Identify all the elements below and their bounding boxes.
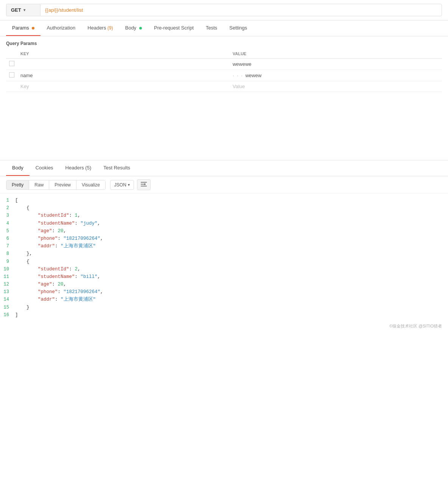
line-number: 2 [0,205,15,212]
request-tabs-container: Params Authorization Headers (9) Body Pr… [0,20,448,36]
code-line: 12 "age": 20, [0,281,448,288]
tab-tests[interactable]: Tests [200,20,223,36]
format-tab-pretty[interactable]: Pretty [6,180,29,189]
tab-settings[interactable]: Settings [223,20,253,36]
code-line: 1[ [0,197,448,204]
query-params-section: Query Params KEY VALUE wewewe [0,36,448,92]
table-row: name · · · wewew [6,70,442,81]
request-tabs: Params Authorization Headers (9) Body Pr… [6,20,442,36]
code-line: 10 "studentId": 2, [0,265,448,273]
format-tab-raw[interactable]: Raw [29,180,49,189]
code-line: 2 { [0,204,448,212]
line-content: "studentName": "bill", [15,273,448,281]
format-tab-preview[interactable]: Preview [49,180,76,189]
response-tab-body[interactable]: Body [6,160,30,176]
row2-key: name [20,73,33,78]
line-content: "studentId": 1, [15,212,448,219]
format-select-arrow: ▾ [128,183,130,187]
line-content: ] [15,311,448,319]
row2-value: wewew [245,73,261,78]
row3-value-placeholder: Value [233,84,245,89]
line-number: 11 [0,273,15,281]
row2-value-dots: · · · [233,73,246,78]
line-number: 7 [0,243,15,250]
footer-text: ©猿金技术社区 @SITIO猎者 [389,324,442,328]
response-tab-test-results-label: Test Results [103,165,130,171]
line-number: 4 [0,220,15,227]
json-code-block: 1[2 {3 "studentId": 1,4 "studentName": "… [0,194,448,322]
spacer [0,92,448,152]
params-table: KEY VALUE wewewe [6,49,442,92]
line-number: 16 [0,312,15,319]
line-content: "phone": "18217096264", [15,235,448,242]
response-tab-test-results[interactable]: Test Results [97,160,136,176]
response-tabs: Body Cookies Headers (5) Test Results [6,160,442,176]
response-tab-headers[interactable]: Headers (5) [59,160,98,176]
wrap-button[interactable] [137,179,151,190]
code-line: 4 "studentName": "judy", [0,220,448,227]
line-content: }, [15,250,448,258]
response-section: Body Cookies Headers (5) Test Results Pr… [0,160,448,322]
table-row: wewewe [6,59,442,70]
format-select[interactable]: JSON ▾ [110,180,134,190]
tab-body[interactable]: Body [119,20,148,36]
col-header-key: KEY [17,49,230,59]
method-label: GET [11,7,21,13]
response-tab-cookies-label: Cookies [36,165,53,171]
code-line: 11 "studentName": "bill", [0,273,448,281]
table-row: Key Value [6,81,442,92]
tab-authorization[interactable]: Authorization [40,20,81,36]
code-line: 9 { [0,258,448,265]
row2-checkbox[interactable] [9,72,14,78]
tab-headers[interactable]: Headers (9) [81,20,119,36]
row1-value: wewewe [233,61,252,67]
response-tab-headers-label: Headers (5) [65,165,92,171]
url-input[interactable] [40,4,442,16]
line-number: 8 [0,250,15,258]
line-content: "addr": "上海市黄浦区" [15,242,448,250]
line-content: "age": 20, [15,281,448,288]
response-tab-cookies[interactable]: Cookies [30,160,59,176]
line-number: 1 [0,197,15,204]
line-number: 12 [0,281,15,288]
line-number: 5 [0,228,15,235]
tab-settings-label: Settings [229,25,247,31]
line-content: [ [15,197,448,204]
line-number: 9 [0,258,15,265]
line-number: 14 [0,296,15,303]
format-toolbar: Pretty Raw Preview Visualize JSON ▾ [0,176,448,194]
code-line: 15 } [0,304,448,311]
col-header-value: VALUE [230,49,442,59]
line-content: "addr": "上海市黄浦区" [15,296,448,303]
response-tab-body-label: Body [12,165,23,171]
line-content: "studentName": "judy", [15,220,448,227]
method-selector[interactable]: GET ▾ [6,4,40,16]
line-number: 15 [0,304,15,311]
tab-headers-label: Headers [87,25,107,31]
line-number: 13 [0,289,15,296]
line-content: "studentId": 2, [15,265,448,273]
body-dot [139,27,142,29]
format-select-label: JSON [114,182,126,188]
response-tabs-container: Body Cookies Headers (5) Test Results [0,160,448,176]
code-line: 16] [0,311,448,319]
tab-pre-request[interactable]: Pre-request Script [148,20,200,36]
tab-body-label: Body [125,25,137,31]
row1-key-input[interactable] [20,61,227,67]
tab-authorization-label: Authorization [47,25,75,31]
tab-params[interactable]: Params [6,20,40,36]
row1-checkbox[interactable] [9,61,14,66]
code-line: 3 "studentId": 1, [0,212,448,219]
line-number: 10 [0,266,15,273]
line-number: 6 [0,235,15,242]
url-bar: GET ▾ [0,0,448,20]
tab-params-label: Params [12,25,29,31]
code-line: 14 "addr": "上海市黄浦区" [0,296,448,303]
line-number: 3 [0,212,15,219]
line-content: } [15,304,448,311]
row3-key-placeholder: Key [20,84,29,89]
method-arrow: ▾ [23,8,25,12]
format-tab-visualize[interactable]: Visualize [76,180,105,189]
line-content: { [15,204,448,212]
query-params-title: Query Params [6,41,442,46]
